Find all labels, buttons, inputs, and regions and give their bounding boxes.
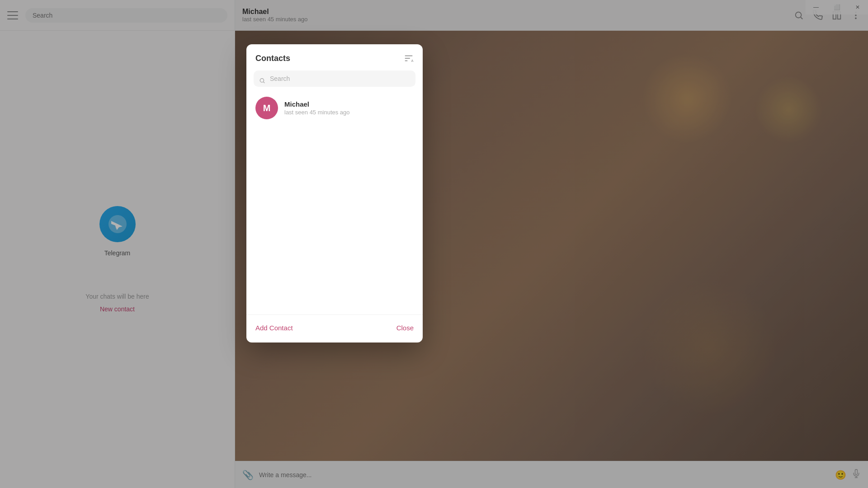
- modal-title: Contacts: [255, 54, 290, 63]
- svg-line-14: [264, 82, 265, 83]
- contact-item[interactable]: M Michael last seen 45 minutes ago: [250, 92, 419, 124]
- close-button[interactable]: Close: [396, 322, 414, 333]
- modal-search-icon: [259, 78, 265, 85]
- add-contact-button[interactable]: Add Contact: [255, 322, 293, 333]
- contact-status: last seen 45 minutes ago: [284, 109, 350, 116]
- contact-avatar: M: [255, 97, 278, 119]
- sort-icon[interactable]: A: [404, 53, 414, 63]
- svg-text:A: A: [411, 59, 414, 63]
- svg-point-13: [260, 79, 264, 82]
- modal-overlay[interactable]: Contacts A: [0, 0, 868, 488]
- contacts-search-input[interactable]: [254, 70, 415, 87]
- modal-search-container: [246, 70, 423, 92]
- contacts-modal: Contacts A: [246, 44, 423, 343]
- modal-header: Contacts A: [246, 44, 423, 70]
- contact-name: Michael: [284, 100, 350, 108]
- modal-footer: Add Contact Close: [246, 314, 423, 343]
- app-container: Telegram Your chats will be here New con…: [0, 0, 868, 488]
- contact-info: Michael last seen 45 minutes ago: [284, 100, 350, 116]
- contacts-list: M Michael last seen 45 minutes ago: [246, 92, 423, 314]
